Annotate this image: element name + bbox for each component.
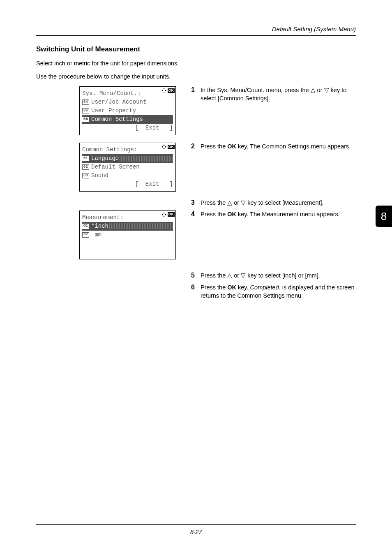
step-3-row: 3 Press the △ or ▽ key to select [Measur… xyxy=(36,199,356,207)
step-text-6: Press the OK key. Completed. is displaye… xyxy=(201,284,356,300)
step-4-row: OK Measurement: 01*inch 02 mm 4 Press th… xyxy=(36,210,356,259)
up-triangle-icon: △ xyxy=(227,199,232,206)
step-5-row: 5 Press the △ or ▽ key to select [inch] … xyxy=(36,272,356,280)
lcd1-title: Sys. Menu/Count.: xyxy=(82,89,173,98)
lcd3-title: Measurement: xyxy=(82,213,173,222)
chapter-tab: 8 xyxy=(376,206,392,227)
lcd3-line1: 01*inch xyxy=(82,222,173,231)
step-6-row: 6 Press the OK key. Completed. is displa… xyxy=(36,284,356,300)
lcd2-title: Common Settings: xyxy=(82,146,173,154)
lcd3-line2: 02 mm xyxy=(82,231,173,239)
step-num-2: 2 xyxy=(187,143,195,150)
step-num-1: 1 xyxy=(187,86,195,94)
footer-rule xyxy=(36,524,356,525)
lcd2-exit: [ Exit ] xyxy=(82,180,173,189)
lcd3-blank2 xyxy=(82,248,173,257)
lcd-screen-1: OK Sys. Menu/Count.: 04User/Job Account … xyxy=(79,86,176,135)
lcd-screen-3: OK Measurement: 01*inch 02 mm xyxy=(79,210,176,259)
header-right: Default Setting (System Menu) xyxy=(272,25,356,32)
step-num-6: 6 xyxy=(187,284,195,291)
lcd2-line3: 03Sound xyxy=(82,171,173,180)
lcd1-line2: 05User Property xyxy=(82,106,173,115)
step-1-row: OK Sys. Menu/Count.: 04User/Job Account … xyxy=(36,86,356,135)
lcd-screen-2: OK Common Settings: 01Language 02Default… xyxy=(79,143,176,192)
lcd1-exit: [ Exit ] xyxy=(82,124,173,132)
step-text-2: Press the OK key. The Common Settings me… xyxy=(201,143,350,151)
step-text-4: Press the OK key. The Measurement menu a… xyxy=(201,210,340,219)
lcd2-line2: 02Default Screen xyxy=(82,163,173,171)
step-text-3: Press the △ or ▽ key to select [Measurem… xyxy=(201,199,324,207)
down-triangle-icon: ▽ xyxy=(241,272,246,279)
down-triangle-icon: ▽ xyxy=(241,199,246,206)
content-area: Switching Unit of Measurement Select inc… xyxy=(36,45,356,307)
step-text-5: Press the △ or ▽ key to select [inch] or… xyxy=(201,272,320,280)
lcd2-line1: 01Language xyxy=(82,154,173,163)
lcd1-line1: 04User/Job Account xyxy=(82,98,173,106)
lcd1-line3: 06Common Settings xyxy=(82,115,173,124)
step-text-1: In the Sys. Menu/Count. menu, press the … xyxy=(201,86,356,102)
lcd3-blank1 xyxy=(82,239,173,248)
para-1: Select inch or metric for the unit for p… xyxy=(36,60,356,67)
down-triangle-icon: ▽ xyxy=(324,87,329,93)
step-num-5: 5 xyxy=(187,272,195,279)
para-2: Use the procedure below to change the in… xyxy=(36,73,356,80)
step-num-4: 4 xyxy=(187,210,195,218)
section-title: Switching Unit of Measurement xyxy=(36,45,356,53)
up-triangle-icon: △ xyxy=(227,272,232,279)
step-num-3: 3 xyxy=(187,199,195,206)
header-rule xyxy=(36,35,356,36)
page-number: 8-27 xyxy=(0,529,392,535)
up-triangle-icon: △ xyxy=(311,87,316,93)
step-2-row: OK Common Settings: 01Language 02Default… xyxy=(36,143,356,192)
